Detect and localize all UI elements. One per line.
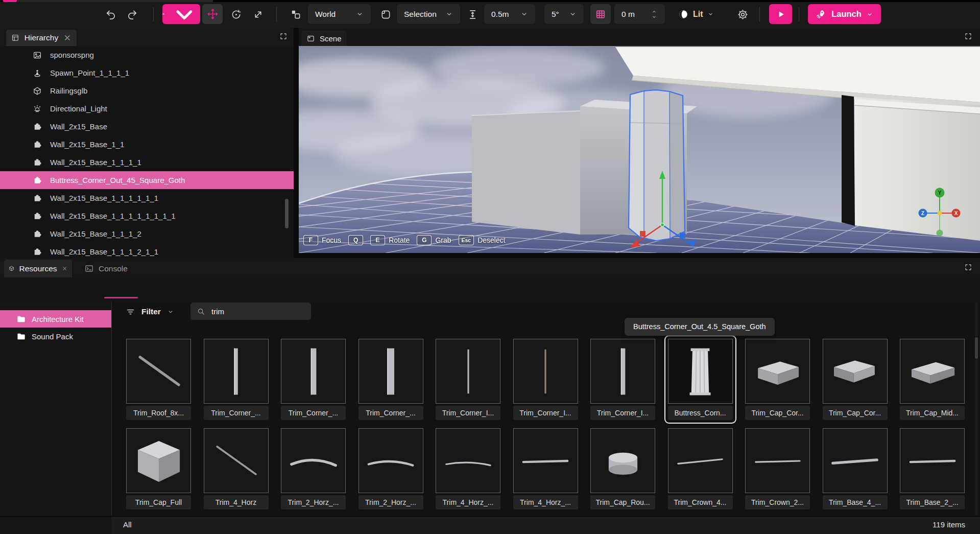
resources-tab-label: Resources (19, 264, 57, 273)
hierarchy-scrollbar[interactable] (285, 199, 289, 228)
hierarchy-item[interactable]: Wall_2x15_Base (0, 118, 294, 135)
light-icon (33, 104, 42, 113)
toolbar-divider (799, 7, 799, 21)
tab-console[interactable]: Console (79, 260, 133, 277)
asset-thumbnail (513, 339, 578, 404)
asset-tile[interactable]: Trim_4_Horz_... (436, 428, 500, 509)
redo-button[interactable] (124, 6, 141, 23)
asset-tile[interactable]: Trim_Roof_8x... (126, 339, 191, 420)
asset-tile[interactable]: Trim_Cap_Full (126, 428, 191, 509)
world-dropdown[interactable]: World (308, 4, 371, 24)
hierarchy-item[interactable]: Wall_2x15_Base_1_1_1_2_1_1 (0, 243, 294, 258)
hierarchy-item[interactable]: Buttress_Corner_Out_45_Square_Goth (0, 171, 294, 189)
asset-tile[interactable]: Trim_Corner_I... (513, 339, 578, 420)
duplicate-button[interactable] (377, 6, 394, 23)
model-icon (33, 86, 42, 96)
expand-icon[interactable] (279, 32, 288, 40)
keyboard-hint: Q (348, 235, 363, 245)
tab-hierarchy[interactable]: Hierarchy (6, 30, 77, 46)
hierarchy-item[interactable]: Directional_Light (0, 100, 294, 118)
undo-button[interactable] (102, 6, 119, 23)
asset-tile[interactable]: Trim_2_Horz_... (358, 428, 423, 509)
hierarchy-item[interactable]: Railingsglb (0, 82, 294, 100)
settings-button[interactable] (734, 6, 751, 23)
grid-tool-button[interactable] (162, 4, 200, 24)
asset-tile[interactable]: Trim_Base_2_... (900, 428, 965, 509)
asset-tile[interactable]: Trim_2_Horz_... (281, 428, 346, 509)
accent-strip (3, 0, 17, 2)
transform-space-button[interactable] (287, 6, 304, 23)
asset-tile[interactable]: Trim_Cap_Mid... (900, 339, 965, 420)
asset-tile[interactable]: Trim_Cap_Rou... (590, 428, 655, 509)
asset-tile[interactable]: Trim_Crown_2... (745, 428, 810, 509)
move-snap-dropdown[interactable]: 0.5m (484, 4, 535, 24)
rotate-tool-button[interactable] (227, 6, 245, 23)
footer-scope-label[interactable]: All (123, 520, 132, 529)
keycap: G (417, 235, 432, 245)
asset-tile[interactable]: Trim_Cap_Cor... (745, 339, 810, 420)
selection-dropdown[interactable]: Selection (397, 4, 460, 24)
play-button[interactable] (769, 4, 792, 24)
hierarchy-item[interactable]: sponsorspng (0, 46, 294, 64)
hierarchy-item[interactable]: Wall_2x15_Base_1_1_1_2 (0, 225, 294, 243)
footer-left-fill (0, 516, 111, 534)
asset-tile[interactable]: Buttress_Corn... (668, 339, 733, 420)
gear-icon (737, 9, 749, 20)
hierarchy-item[interactable]: Wall_2x15_Base_1_1 (0, 135, 294, 153)
hierarchy-item-label: Wall_2x15_Base_1_1 (50, 140, 124, 149)
hierarchy-item[interactable]: Wall_2x15_Base_1_1_1_1 (0, 153, 294, 171)
move-tool-icon (207, 8, 219, 20)
asset-tile[interactable]: Trim_Cap_Cor... (823, 339, 888, 420)
tab-scene[interactable]: Scene (301, 31, 347, 46)
asset-tile[interactable]: Trim_Base_4_... (823, 428, 888, 509)
asset-grid-scroll-thumb[interactable] (975, 337, 978, 359)
asset-thumbnail (358, 428, 423, 493)
height-stepper[interactable]: 0 m (614, 4, 665, 24)
keycap: Q (348, 235, 363, 245)
asset-tile[interactable]: Trim_Crown_4... (668, 428, 733, 509)
entity-icon (33, 229, 42, 239)
scene-viewport[interactable]: Y Z X (299, 46, 980, 253)
asset-tile[interactable]: Trim_Corner_... (358, 339, 423, 420)
shading-mode-control[interactable]: Lit (678, 4, 714, 24)
hierarchy-item[interactable]: Spawn_Point_1_1_1_1 (0, 64, 294, 82)
stepper-up-icon[interactable] (651, 9, 658, 14)
world-dropdown-label: World (315, 10, 336, 19)
asset-tile[interactable]: Trim_Corner_... (281, 339, 346, 420)
asset-search-box[interactable] (190, 303, 311, 320)
scale-tool-button[interactable] (249, 6, 267, 23)
hierarchy-item[interactable]: Wall_2x15_Base_1_1_1_1_1_1 (0, 189, 294, 207)
vertical-spacing-button[interactable] (464, 6, 481, 23)
folder-item[interactable]: Architecture Kit (0, 310, 111, 328)
asset-tile[interactable]: Trim_Corner_I... (436, 339, 500, 420)
expand-icon[interactable] (964, 32, 972, 40)
launch-button[interactable]: Launch (808, 4, 881, 24)
entity-icon (33, 247, 42, 257)
asset-tile[interactable]: Trim_4_Horz (204, 428, 269, 509)
search-input[interactable] (210, 307, 294, 316)
expand-icon[interactable] (964, 263, 972, 271)
close-icon[interactable] (63, 33, 71, 42)
folder-label: Sound Pack (32, 332, 73, 341)
tab-resources[interactable]: Resources (4, 260, 72, 277)
rotate-snap-dropdown[interactable]: 5° (544, 4, 584, 24)
asset-tile[interactable]: Trim_Corner_I... (590, 339, 655, 420)
filter-control[interactable]: Filter (126, 306, 174, 318)
hierarchy-item-label: Wall_2x15_Base_1_1_1_1_1_1 (50, 194, 158, 202)
footer-item-count: 119 items (868, 520, 965, 529)
chevron-down-icon (445, 10, 453, 18)
selection-dropdown-label: Selection (404, 10, 437, 19)
asset-tile[interactable]: Trim_Corner_... (204, 339, 269, 420)
asset-tile[interactable]: Trim_4_Horz_... (513, 428, 578, 509)
entity-icon (33, 122, 42, 131)
hint-label: Deselect (477, 236, 505, 244)
stepper-down-icon[interactable] (651, 14, 658, 20)
folder-item[interactable]: Sound Pack (0, 328, 111, 345)
asset-grid-scrollbar[interactable] (975, 303, 978, 515)
grid-snap-toggle[interactable] (590, 4, 611, 24)
chevron-down-icon (520, 10, 528, 18)
hierarchy-item[interactable]: Wall_2x15_Base_1_1_1_1_1_1_1_1 (0, 207, 294, 225)
move-tool-button[interactable] (202, 4, 223, 24)
close-icon[interactable] (62, 264, 67, 273)
asset-label: Buttress_Corn... (668, 406, 733, 420)
